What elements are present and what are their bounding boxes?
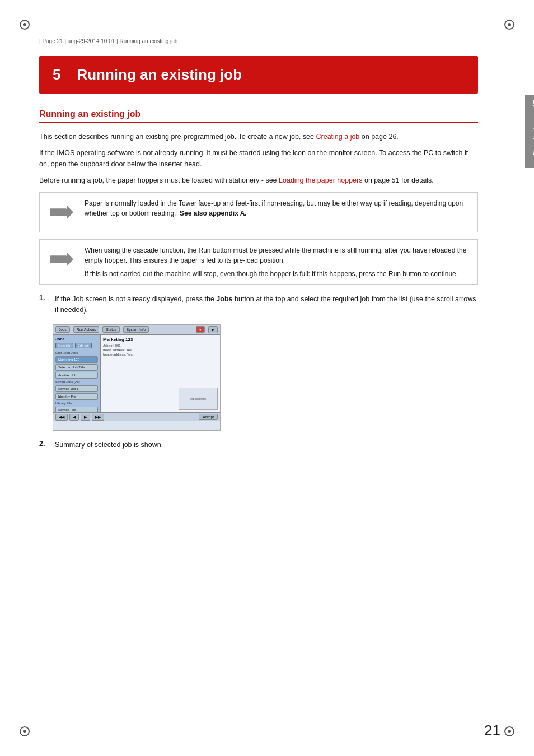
sw-btn-extra1: ● xyxy=(196,326,205,333)
chapter-header: 5 Running an existing job xyxy=(39,56,478,94)
sw-library-label: Library File xyxy=(55,402,98,405)
step-2: 2. Summary of selected job is shown. xyxy=(39,440,478,450)
note-box-2: When using the cascade function, the Run… xyxy=(39,239,478,285)
note-text-1: Paper is normally loaded in the Tower fa… xyxy=(85,198,470,218)
sw-saved-label: Saved Jobs (All) xyxy=(55,380,98,384)
sw-sidebar-title: Jobs xyxy=(55,337,98,341)
note-1-bold: See also appendix A. xyxy=(180,209,247,217)
step-2-num: 2. xyxy=(39,440,53,447)
sw-body: Jobs New job Edit job Last used Jobs Mar… xyxy=(53,335,220,421)
svg-rect-0 xyxy=(50,208,67,216)
link-creating-a-job[interactable]: Creating a job xyxy=(316,133,359,141)
sw-toolbar: Jobs Run Actions Status System Info ● ▶ xyxy=(53,325,220,335)
reg-mark-tr xyxy=(502,17,517,32)
note-icon-2 xyxy=(48,245,76,273)
note-icon-1 xyxy=(48,198,76,226)
intro-paragraph-2: If the IMOS operating software is not al… xyxy=(39,148,478,170)
sw-main-title: Marketing 123 xyxy=(103,337,218,342)
sw-job-label: Last used Jobs xyxy=(55,351,98,354)
note-text-2: When using the cascade function, the Run… xyxy=(85,245,470,279)
sw-btn-jobs: Jobs xyxy=(55,326,70,333)
sw-field-2: Insert address: Yes xyxy=(103,348,218,352)
reg-mark-tl xyxy=(17,17,32,32)
intro-paragraph-1: This section describes running an existi… xyxy=(39,132,478,142)
step-list: 1. If the Job screen is not already disp… xyxy=(39,294,478,316)
reg-mark-bl xyxy=(17,724,32,739)
chapter-title-text: Running an existing job xyxy=(77,66,242,83)
chapter-tab-number: 5 xyxy=(525,95,534,112)
sw-diagram: [job diagram] xyxy=(179,388,218,410)
step-2-content: Summary of selected job is shown. xyxy=(55,440,163,450)
sw-accept-btn: Accept xyxy=(199,414,218,420)
sw-nav-btn-3: ▶ xyxy=(81,414,90,421)
section-title: Running an existing job xyxy=(39,109,478,123)
chapter-tab: 5 English xyxy=(525,112,534,168)
chapter-tab-label: English xyxy=(531,125,535,155)
sw-sidebar-item-2: Selected Job Title xyxy=(55,364,98,371)
note-1-body: Paper is normally loaded in the Tower fa… xyxy=(85,199,463,217)
sw-new-job-btn: New job xyxy=(55,343,73,348)
sw-btn-extra2: ▶ xyxy=(208,326,218,333)
sw-sidebar-item-4: Service Job 1 xyxy=(55,385,98,392)
header-info-text: | Page 21 | aug-29-2014 10:01 | Running … xyxy=(39,38,177,44)
header-info: | Page 21 | aug-29-2014 10:01 | Running … xyxy=(39,38,495,44)
link-loading-hoppers[interactable]: Loading the paper hoppers xyxy=(279,176,362,184)
page-number: 21 xyxy=(484,722,500,739)
sw-edit-job-btn: Edit job xyxy=(75,343,92,348)
sw-nav-btn-1: ◀◀ xyxy=(55,414,68,421)
sw-nav-btn-2: ◀ xyxy=(69,414,79,421)
chapter-number: 5 xyxy=(53,66,60,83)
step-list-2: 2. Summary of selected job is shown. xyxy=(39,440,478,450)
svg-marker-1 xyxy=(67,205,73,219)
sw-field-3: Image address: Yes xyxy=(103,353,218,356)
sw-main-area: Marketing 123 Job ref: 001 Insert addres… xyxy=(101,335,220,421)
sw-btn-status: Status xyxy=(102,326,119,333)
sw-bottom-bar: ◀◀ ◀ ▶ ▶▶ Accept xyxy=(53,412,220,421)
svg-rect-2 xyxy=(50,255,67,263)
sw-field-1: Job ref: 001 xyxy=(103,344,218,347)
page-container: | Page 21 | aug-29-2014 10:01 | Running … xyxy=(0,0,534,756)
screenshot-thumbnail: Jobs Run Actions Status System Info ● ▶ … xyxy=(53,324,221,431)
main-content: 5 Running an existing job Running an exi… xyxy=(39,56,478,722)
svg-marker-3 xyxy=(67,252,73,266)
note-2-para-2: If this is not carried out the machine w… xyxy=(85,269,470,279)
sw-sidebar-item-5: Monthly File xyxy=(55,393,98,400)
sw-sidebar: Jobs New job Edit job Last used Jobs Mar… xyxy=(53,335,101,421)
step-1: 1. If the Job screen is not already disp… xyxy=(39,294,478,316)
sw-btn-system-info: System Info xyxy=(123,326,149,333)
step-1-num: 1. xyxy=(39,294,53,302)
screenshot-ui: Jobs Run Actions Status System Info ● ▶ … xyxy=(53,325,220,430)
reg-mark-br xyxy=(502,724,517,739)
step-1-content: If the Job screen is not already display… xyxy=(55,294,478,316)
intro-paragraph-3: Before running a job, the paper hoppers … xyxy=(39,175,478,186)
note-2-para-1: When using the cascade function, the Run… xyxy=(85,245,470,265)
sw-sidebar-item-3: Another Job xyxy=(55,372,98,379)
chapter-title: 5 Running an existing job xyxy=(53,66,465,83)
sw-btn-run-actions: Run Actions xyxy=(73,326,100,333)
sw-sidebar-item-1: Marketing 123 xyxy=(55,356,98,363)
sw-nav-btn-4: ▶▶ xyxy=(92,414,104,421)
note-box-1: Paper is normally loaded in the Tower fa… xyxy=(39,192,478,232)
